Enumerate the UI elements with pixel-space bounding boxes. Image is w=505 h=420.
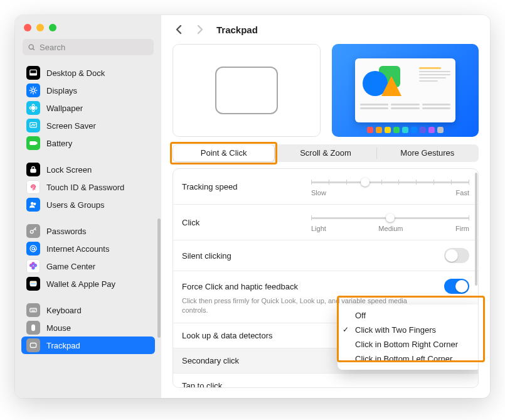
svg-rect-19 <box>30 142 36 145</box>
svg-rect-3 <box>30 73 37 75</box>
search-input[interactable] <box>40 43 149 52</box>
silent-clicking-toggle[interactable] <box>444 248 469 263</box>
shapes-icon <box>360 63 405 100</box>
battery-icon <box>26 136 40 150</box>
svg-point-17 <box>35 107 37 109</box>
sidebar-scrollbar[interactable] <box>157 218 161 338</box>
sidebar-item-label: Desktop & Dock <box>46 68 105 78</box>
svg-rect-41 <box>30 343 36 348</box>
dock-app-icon <box>411 127 417 133</box>
svg-point-14 <box>32 104 35 107</box>
sidebar-item-lock-screen[interactable]: Lock Screen <box>21 161 155 178</box>
svg-line-12 <box>31 92 31 93</box>
svg-point-4 <box>32 89 35 92</box>
sidebar-item-desktop-dock[interactable]: Desktop & Dock <box>21 64 155 82</box>
tab-more-gestures[interactable]: More Gestures <box>377 145 478 161</box>
sidebar-item-label: Users & Groups <box>46 200 104 210</box>
preview-dock <box>367 127 444 133</box>
sidebar-item-label: Wallet & Apple Pay <box>46 279 115 289</box>
row-tracking-speed: Tracking speed Slow Fast <box>173 169 478 205</box>
svg-line-1 <box>33 48 35 50</box>
tracking-speed-label: Tracking speed <box>182 182 237 191</box>
sidebar-item-label: Battery <box>46 139 72 148</box>
tap-to-click-label: Tap to click <box>182 381 469 388</box>
mouse-icon <box>26 321 40 335</box>
dock-icon <box>26 66 40 80</box>
trackpad-preview <box>173 44 321 137</box>
sidebar-item-game-center[interactable]: Game Center <box>21 257 155 275</box>
sidebar-item-internet-accounts[interactable]: Internet Accounts <box>21 240 155 257</box>
sidebar-item-battery[interactable]: Battery <box>21 134 155 152</box>
titlebar: Trackpad <box>161 15 490 44</box>
sidebar-item-displays[interactable]: Displays <box>21 82 155 99</box>
dock-app-icon <box>393 127 400 133</box>
sidebar-item-label: Mouse <box>46 323 71 333</box>
svg-rect-33 <box>30 308 37 312</box>
sidebar-item-mouse[interactable]: Mouse <box>21 319 155 337</box>
lock-icon <box>26 163 40 176</box>
sidebar-item-wallet-apple-pay[interactable]: Wallet & Apple Pay <box>21 275 155 293</box>
svg-line-9 <box>31 88 31 89</box>
sidebar-item-label: Touch ID & Password <box>46 183 124 192</box>
desktop-preview-window <box>355 58 455 122</box>
sidebar-list[interactable]: Desktop & DockDisplaysWallpaperScreen Sa… <box>15 62 161 392</box>
tab-scroll-zoom[interactable]: Scroll & Zoom <box>275 145 376 161</box>
settings-scrollbar[interactable] <box>475 173 477 286</box>
tab-point-click[interactable]: Point & Click <box>173 145 274 161</box>
preview-row <box>173 44 479 137</box>
row-click: Click Light Medium Firm <box>173 205 478 240</box>
sidebar-item-label: Keyboard <box>46 306 82 315</box>
sidebar-search[interactable] <box>23 39 154 55</box>
close-window-button[interactable] <box>24 24 31 31</box>
dock-app-icon <box>437 127 444 133</box>
click-label: Click <box>182 218 199 227</box>
sidebar-item-screen-saver[interactable]: Screen Saver <box>21 117 155 134</box>
game-icon <box>26 259 40 273</box>
sidebar-item-label: Screen Saver <box>46 121 96 131</box>
maximize-window-button[interactable] <box>49 24 56 31</box>
dock-app-icon <box>428 127 435 133</box>
nav-back-button[interactable] <box>173 23 186 36</box>
sidebar-item-users-groups[interactable]: Users & Groups <box>21 196 155 213</box>
force-click-label: Force Click and haptic feedback <box>182 282 298 291</box>
sidebar-item-trackpad[interactable]: Trackpad <box>21 337 155 354</box>
page-title: Trackpad <box>216 24 258 35</box>
sidebar-item-label: Lock Screen <box>46 165 92 175</box>
tracking-slow-label: Slow <box>311 189 326 197</box>
sidebar-item-label: Trackpad <box>46 341 80 350</box>
nav-forward-button[interactable] <box>193 23 206 36</box>
lookup-label: Look up & data detectors <box>182 331 273 340</box>
sidebar-item-label: Internet Accounts <box>46 244 109 254</box>
sidebar-item-label: Displays <box>46 86 77 95</box>
tabs: Point & ClickScroll & ZoomMore Gestures <box>173 144 479 162</box>
svg-point-13 <box>32 107 35 109</box>
secondary-click-label: Secondary click <box>182 356 239 365</box>
screensaver-icon <box>26 119 40 132</box>
click-firm-label: Firm <box>455 225 469 232</box>
sidebar-item-wallpaper[interactable]: Wallpaper <box>21 99 155 117</box>
sidebar-item-keyboard[interactable]: Keyboard <box>21 301 155 319</box>
sidebar-item-touch-id-password[interactable]: Touch ID & Password <box>21 178 155 196</box>
force-click-toggle[interactable] <box>444 279 469 294</box>
dock-app-icon <box>402 127 408 133</box>
tracking-speed-slider[interactable]: Slow Fast <box>311 176 469 197</box>
dock-app-icon <box>385 127 391 133</box>
window-controls <box>15 21 161 39</box>
sidebar-item-passwords[interactable]: Passwords <box>21 222 155 240</box>
keyboard-icon <box>26 303 40 317</box>
svg-point-15 <box>32 109 35 112</box>
svg-point-16 <box>29 107 32 109</box>
svg-line-11 <box>35 88 36 89</box>
svg-rect-20 <box>36 143 37 144</box>
minimize-window-button[interactable] <box>36 24 44 31</box>
click-slider[interactable]: Light Medium Firm <box>311 212 469 232</box>
trackpad-icon <box>26 338 40 352</box>
dock-app-icon <box>376 127 382 133</box>
sun-icon <box>26 83 40 97</box>
row-tap-to-click: Tap to click Tap with one finger <box>173 374 478 388</box>
click-light-label: Light <box>311 225 326 232</box>
sidebar-item-label: Game Center <box>46 262 95 271</box>
svg-point-0 <box>29 45 33 49</box>
svg-rect-40 <box>32 325 35 330</box>
fingerprint-icon <box>26 180 40 194</box>
